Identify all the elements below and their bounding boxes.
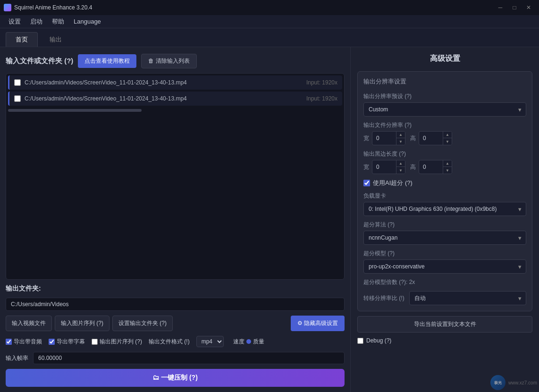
export-audio-checkbox[interactable] [6, 339, 12, 345]
debug-label: Debug (?) [366, 337, 391, 344]
menu-help[interactable]: 帮助 [47, 16, 69, 28]
menu-start[interactable]: 启动 [25, 16, 47, 28]
preset-setting: 输出分辨率预设 (?) Custom 1080p 720p 480p 4K [363, 92, 526, 117]
border-width-down-spinner[interactable]: ▼ [396, 167, 405, 174]
app-title: Squirrel Anime Enhance 3.20.4 [14, 4, 494, 11]
export-audio-label: 导出带音频 [14, 338, 42, 346]
border-width-input[interactable] [372, 161, 396, 173]
tab-output[interactable]: 输出 [40, 32, 72, 47]
advanced-settings-button[interactable]: ⚙ 隐藏高级设置 [291, 316, 345, 331]
watermark-logo: 极光 [490, 375, 505, 390]
window-controls: ─ □ ✕ [494, 3, 535, 12]
file-checkbox-2[interactable] [14, 95, 21, 102]
input-title: 输入文件或文件夹 (?) [6, 57, 73, 66]
menu-language[interactable]: Language [69, 16, 106, 27]
left-panel: 输入文件或文件夹 (?) 点击查看使用教程 🗑 清除输入列表 C:/Users/… [0, 47, 350, 392]
right-panel: 高级设置 输出分辨率设置 输出分辨率预设 (?) Custom 1080p 72… [350, 47, 539, 392]
debug-checkbox[interactable] [357, 338, 363, 344]
debug-row: Debug (?) [357, 337, 532, 344]
algorithm-select[interactable]: ncnnCugan ncnnRealSR ncnnWaifu2x [363, 231, 526, 245]
output-res-setting: 输出文件分辨率 (?) 宽 ▲ ▼ 高 [363, 121, 526, 145]
export-settings-button[interactable]: 导出当前设置到文本文件 [357, 316, 532, 333]
file-info-2: Input: 1920x [306, 95, 337, 102]
border-height-group: 高 ▲ ▼ [410, 160, 452, 174]
tab-home[interactable]: 首页 [6, 32, 38, 47]
border-height-input[interactable] [419, 161, 443, 173]
border-width-group: 宽 ▲ ▼ [363, 160, 405, 174]
output-folder-section: 输出文件夹: [6, 284, 345, 293]
height-down-spinner[interactable]: ▼ [443, 138, 452, 145]
clear-list-button[interactable]: 🗑 清除输入列表 [141, 54, 196, 68]
width-down-spinner[interactable]: ▼ [396, 138, 405, 145]
algorithm-label: 超分算法 (?) [363, 221, 526, 229]
main-content: 输入文件或文件夹 (?) 点击查看使用教程 🗑 清除输入列表 C:/Users/… [0, 47, 539, 392]
height-up-spinner[interactable]: ▲ [443, 132, 452, 138]
model-select[interactable]: pro-up2x-conservative pro-up2x-fast pro-… [363, 259, 526, 274]
advanced-title: 高级设置 [357, 54, 532, 64]
input-image-button[interactable]: 输入图片序列 (?) [55, 316, 109, 331]
export-image-seq-option[interactable]: 输出图片序列 (?) [92, 338, 142, 346]
app-icon [4, 4, 11, 11]
export-subtitle-label: 导出带字幕 [57, 338, 85, 346]
framerate-input[interactable] [33, 352, 345, 364]
border-height-down-spinner[interactable]: ▼ [443, 167, 452, 174]
output-folder-input[interactable] [6, 298, 345, 311]
file-checkbox-1[interactable] [14, 79, 21, 86]
height-label: 高 [410, 134, 416, 142]
export-audio-option[interactable]: 导出带音频 [6, 338, 42, 346]
preset-label: 输出分辨率预设 (?) [363, 92, 526, 100]
export-image-seq-label: 输出图片序列 (?) [100, 338, 142, 346]
resolution-section: 输出分辨率设置 输出分辨率预设 (?) Custom 1080p 720p 48… [357, 71, 532, 311]
export-subtitle-checkbox[interactable] [49, 339, 55, 345]
algorithm-select-wrapper: ncnnCugan ncnnRealSR ncnnWaifu2x [363, 231, 526, 245]
file-path-2: C:/Users/admin/Videos/ScreenVideo_11-01-… [25, 95, 303, 102]
set-output-button[interactable]: 设置输出文件夹 (?) [112, 316, 173, 331]
ai-upscale-checkbox[interactable] [363, 180, 370, 186]
height-input[interactable] [419, 133, 443, 144]
speed-toggle[interactable] [246, 339, 251, 344]
maximize-button[interactable]: □ [508, 3, 521, 12]
export-subtitle-option[interactable]: 导出带字幕 [49, 338, 85, 346]
border-height-label: 高 [410, 163, 416, 171]
input-video-button[interactable]: 输入视频文件 [6, 316, 52, 331]
file-info-1: Input: 1920x [306, 79, 337, 86]
gpu-label: 负载显卡 [363, 192, 526, 200]
transfer-ratio-row: 转移分辨率比 (!) 自动 手动 [363, 291, 526, 305]
height-group: 高 ▲ ▼ [410, 131, 452, 145]
scale-label: 超分模型倍数 (?): 2x [363, 278, 526, 286]
border-height-up-spinner[interactable]: ▲ [443, 160, 452, 167]
model-setting: 超分模型 (?) pro-up2x-conservative pro-up2x-… [363, 250, 526, 274]
transfer-ratio-setting: 转移分辨率比 (!) 自动 手动 [363, 291, 526, 305]
tutorial-button[interactable]: 点击查看使用教程 [78, 54, 136, 68]
model-label: 超分模型 (?) [363, 250, 526, 258]
onekey-button[interactable]: 🗂 一键压制 (?) [6, 369, 345, 387]
minimize-button[interactable]: ─ [494, 3, 507, 12]
options-row: 导出带音频 导出带字幕 输出图片序列 (?) 输出文件格式 (!) mp4 mk… [6, 336, 345, 347]
speed-label: 速度 [233, 338, 244, 346]
transfer-ratio-label: 转移分辨率比 (!) [363, 294, 404, 302]
transfer-ratio-select[interactable]: 自动 手动 [409, 291, 526, 305]
file-item: C:/Users/admin/Videos/ScreenVideo_11-01-… [8, 92, 342, 106]
close-button[interactable]: ✕ [522, 3, 535, 12]
width-input[interactable] [372, 133, 396, 144]
tab-bar: 首页 输出 [0, 28, 539, 47]
width-label: 宽 [363, 134, 369, 142]
quality-label: 质量 [253, 338, 264, 346]
border-row: 宽 ▲ ▼ 高 [363, 160, 526, 174]
border-width-up-spinner[interactable]: ▲ [396, 160, 405, 167]
gpu-select-wrapper: 0: Intel(R) UHD Graphics 630 (integrated… [363, 202, 526, 216]
file-list[interactable]: C:/Users/admin/Videos/ScreenVideo_11-01-… [6, 73, 345, 280]
menu-bar: 设置 启动 帮助 Language [0, 15, 539, 28]
preset-select[interactable]: Custom 1080p 720p 480p 4K [363, 102, 526, 117]
width-up-spinner[interactable]: ▲ [396, 132, 405, 138]
ai-upscale-row: 使用AI超分 (?) [363, 179, 526, 187]
menu-settings[interactable]: 设置 [4, 16, 25, 28]
gpu-select[interactable]: 0: Intel(R) UHD Graphics 630 (integrated… [363, 202, 526, 216]
algorithm-setting: 超分算法 (?) ncnnCugan ncnnRealSR ncnnWaifu2… [363, 221, 526, 245]
width-input-wrap: ▲ ▼ [372, 131, 405, 145]
output-format-select[interactable]: mp4 mkv avi [196, 336, 224, 347]
title-bar: Squirrel Anime Enhance 3.20.4 ─ □ ✕ [0, 0, 539, 15]
speed-quality-row: 速度 质量 [233, 338, 264, 346]
output-res-row: 宽 ▲ ▼ 高 [363, 131, 526, 145]
export-image-seq-checkbox[interactable] [92, 339, 98, 345]
